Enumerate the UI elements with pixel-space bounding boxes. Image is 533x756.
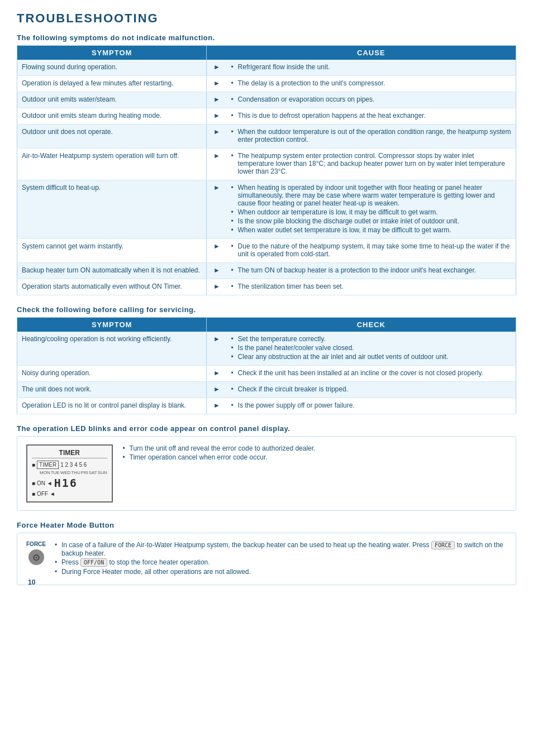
section1-heading: The following symptoms do not indicate m… [17, 34, 516, 42]
cause-item: This is due to defrost operation happens… [231, 112, 511, 119]
symptom-cell: Flowing sound during operation. [17, 60, 207, 76]
section3-box: TIMER ■ TIMER 1 2 3 4 5 6 MON TUE WED TH… [17, 436, 516, 511]
section4-box: FORCE ⊙ In case of a failure of the Air-… [17, 533, 516, 585]
cause-item: When water outlet set temperature is low… [231, 226, 511, 234]
symptom-cell: System difficult to heat-up. [17, 180, 207, 239]
cause-cell: The sterilization timer has been set. [227, 279, 516, 295]
symptom-cell: Outdoor unit emits water/steam. [17, 92, 207, 108]
timer-bullet2: Timer operation cancel when error code o… [123, 453, 316, 461]
cause-item: The delay is a protection to the unit's … [231, 79, 511, 87]
force-inline-btn: FORCE [431, 541, 455, 549]
timer-bullet1: Turn the unit off and reveal the error c… [123, 444, 316, 452]
symptom-cell: Operation LED is no lit or control panel… [17, 398, 207, 414]
cause-cell: This is due to defrost operation happens… [227, 108, 516, 125]
section2-heading: Check the following before calling for s… [17, 305, 516, 314]
force-text: In case of a failure of the Air-to-Water… [55, 541, 507, 577]
arrow-cell: ► [207, 279, 227, 295]
force-circle-icon: ⊙ [28, 549, 44, 565]
symptom2-header: SYMPTOM [17, 318, 207, 332]
symptom-cell: Operation is delayed a few minutes after… [17, 76, 207, 92]
force-bullet1: In case of a failure of the Air-to-Water… [55, 541, 507, 557]
symptom-cause-table: SYMPTOM CAUSE Flowing sound during opera… [17, 45, 516, 295]
cause-header: CAUSE [227, 46, 516, 60]
timer-label: TIMER [32, 449, 107, 458]
symptom-cell: Heating/cooling operation is not working… [17, 332, 207, 366]
cause-cell: Refrigerant flow inside the unit. [227, 60, 516, 76]
check-cell: Set the temperature correctly.Is the pan… [227, 332, 516, 366]
arrow-cell: ► [207, 60, 227, 76]
check-item: Check if the circuit breaker is tripped. [231, 385, 511, 393]
timer-days-row: MON TUE WED THU FRI SAT SUN [32, 470, 107, 475]
force-label: FORCE [26, 541, 46, 547]
check-cell: Check if the unit has been installed at … [227, 366, 516, 382]
page-number: 10 [28, 578, 35, 586]
arrow2-header [207, 318, 227, 332]
page-title: TROUBLESHOOTING [17, 11, 516, 26]
check-item: Is the panel heater/cooler valve closed. [231, 344, 511, 352]
cause-item: Due to the nature of the heatpump system… [231, 242, 511, 258]
check-item: Clear any obstruction at the air inlet a… [231, 353, 511, 361]
section3-heading: The operation LED blinks and error code … [17, 424, 516, 433]
cause-cell: The turn ON of backup heater is a protec… [227, 263, 516, 279]
cause-item: The sterilization timer has been set. [231, 283, 511, 290]
check-item: Set the temperature correctly. [231, 335, 511, 343]
arrow-header [207, 46, 227, 60]
symptom-cell: Outdoor unit emits steam during heating … [17, 108, 207, 125]
timer-number-row: ■ TIMER 1 2 3 4 5 6 [32, 461, 107, 469]
arrow-cell: ► [207, 239, 227, 263]
force-button-area: FORCE ⊙ [26, 541, 46, 565]
symptom-cell: The unit does not work. [17, 382, 207, 398]
cause-item: When the outdoor temperature is out of t… [231, 128, 511, 143]
cause-cell: When heating is operated by indoor unit … [227, 180, 516, 239]
check-cell: Is the power supply off or power failure… [227, 398, 516, 414]
timer-box: TIMER ■ TIMER 1 2 3 4 5 6 MON TUE WED TH… [26, 444, 507, 503]
off-on-inline-btn: OFF/ON [80, 558, 107, 567]
symptom-header: SYMPTOM [17, 46, 207, 60]
arrow-cell: ► [207, 76, 227, 92]
arrow-cell: ► [207, 263, 227, 279]
arrow-cell: ► [207, 180, 227, 239]
timer-on-row: ■ ON ◄ H16 [32, 476, 107, 490]
symptom-cell: System cannot get warm instantly. [17, 239, 207, 263]
symptom-check-table: SYMPTOM CHECK Heating/cooling operation … [17, 317, 516, 414]
cause-cell: Due to the nature of the heatpump system… [227, 239, 516, 263]
cause-cell: The delay is a protection to the unit's … [227, 76, 516, 92]
arrow-cell: ► [207, 398, 227, 414]
cause-cell: When the outdoor temperature is out of t… [227, 125, 516, 149]
arrow-cell: ► [207, 108, 227, 125]
arrow-cell: ► [207, 366, 227, 382]
cause-item: When outdoor air temperature is low, it … [231, 208, 511, 216]
cause-item: When heating is operated by indoor unit … [231, 184, 511, 207]
timer-text: Turn the unit off and reveal the error c… [123, 444, 316, 462]
check-item: Check if the unit has been installed at … [231, 369, 511, 377]
check-item: Is the power supply off or power failure… [231, 401, 511, 409]
arrow-cell: ► [207, 125, 227, 149]
force-box: FORCE ⊙ In case of a failure of the Air-… [26, 541, 507, 577]
cause-item: Condensation or evaporation occurs on pi… [231, 95, 511, 103]
cause-item: The heatpump system enter protection con… [231, 152, 511, 175]
symptom-cell: Air-to-Water Heatpump system operation w… [17, 149, 207, 180]
symptom-cell: Noisy during operation. [17, 366, 207, 382]
arrow-cell: ► [207, 92, 227, 108]
symptom-cell: Operation starts automatically even with… [17, 279, 207, 295]
force-bullet2: Press OFF/ON to stop the force heater op… [55, 558, 507, 567]
cause-item: The turn ON of backup heater is a protec… [231, 266, 511, 274]
arrow-cell: ► [207, 332, 227, 366]
cause-item: Refrigerant flow inside the unit. [231, 63, 511, 71]
symptom-cell: Backup heater turn ON automatically when… [17, 263, 207, 279]
arrow-cell: ► [207, 149, 227, 180]
symptom-cell: Outdoor unit does not operate. [17, 125, 207, 149]
check-header: CHECK [227, 318, 516, 332]
timer-off-row: ■ OFF ◄ [32, 491, 107, 497]
timer-display: TIMER ■ TIMER 1 2 3 4 5 6 MON TUE WED TH… [26, 444, 113, 503]
force-bullet3: During Force Heater mode, all other oper… [55, 568, 507, 576]
arrow-cell: ► [207, 382, 227, 398]
section4-heading: Force Heater Mode Button [17, 521, 516, 529]
cause-cell: The heatpump system enter protection con… [227, 149, 516, 180]
cause-cell: Condensation or evaporation occurs on pi… [227, 92, 516, 108]
cause-item: Is the snow pile blocking the discharge … [231, 217, 511, 225]
check-cell: Check if the circuit breaker is tripped. [227, 382, 516, 398]
